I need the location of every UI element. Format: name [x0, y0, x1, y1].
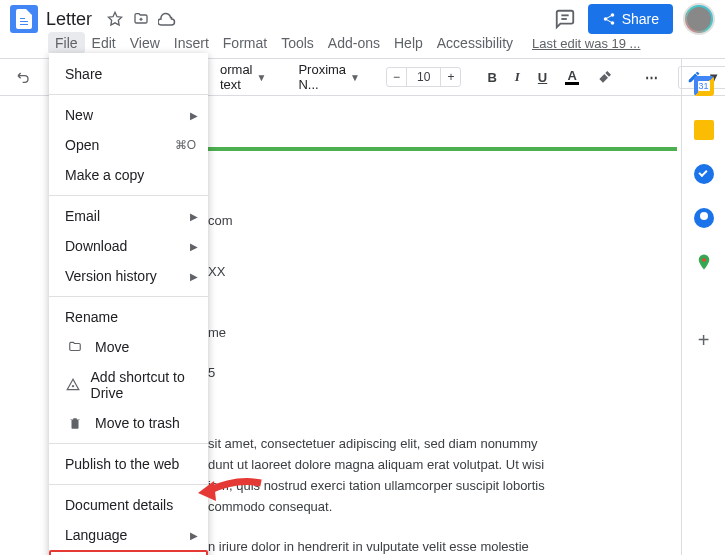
submenu-arrow-icon: ▶ [190, 241, 198, 252]
keep-app-icon[interactable] [694, 120, 714, 140]
trash-icon [65, 416, 85, 430]
comments-icon[interactable] [554, 8, 576, 30]
maps-app-icon[interactable] [694, 252, 714, 272]
decrease-font-button[interactable]: − [387, 68, 406, 86]
submenu-arrow-icon: ▶ [190, 110, 198, 121]
svg-marker-0 [108, 12, 121, 25]
menu-item-email[interactable]: Email▶ [49, 201, 208, 231]
menu-item-doc-details[interactable]: Document details [49, 490, 208, 520]
last-edit-link[interactable]: Last edit was 19 ... [532, 36, 640, 51]
font-size-stepper[interactable]: − 10 + [386, 67, 461, 87]
chevron-down-icon: ▼ [350, 72, 360, 83]
share-button-label: Share [622, 11, 659, 27]
increase-font-button[interactable]: + [441, 68, 460, 86]
star-icon[interactable] [106, 10, 124, 28]
menu-item-share[interactable]: Share [49, 59, 208, 89]
underline-button[interactable]: U [532, 67, 553, 88]
menu-item-add-shortcut[interactable]: Add shortcut to Drive [49, 362, 208, 408]
menu-item-language[interactable]: Language▶ [49, 520, 208, 550]
menu-item-move-trash[interactable]: Move to trash [49, 408, 208, 438]
contacts-app-icon[interactable] [694, 208, 714, 228]
menu-item-rename[interactable]: Rename [49, 302, 208, 332]
menu-format[interactable]: Format [216, 32, 274, 54]
menu-tools[interactable]: Tools [274, 32, 321, 54]
drive-shortcut-icon [65, 378, 81, 392]
menu-item-version-history[interactable]: Version history▶ [49, 261, 208, 291]
svg-point-3 [702, 258, 706, 262]
move-folder-icon[interactable] [132, 10, 150, 28]
folder-move-icon [65, 340, 85, 354]
undo-button[interactable] [10, 65, 38, 89]
shortcut-label: ⌘O [175, 138, 196, 152]
tasks-app-icon[interactable] [694, 164, 714, 184]
menu-view[interactable]: View [123, 32, 167, 54]
document-title[interactable]: Letter [46, 9, 92, 30]
text-color-button[interactable]: A [559, 66, 585, 88]
menu-insert[interactable]: Insert [167, 32, 216, 54]
submenu-arrow-icon: ▶ [190, 271, 198, 282]
submenu-arrow-icon: ▶ [190, 211, 198, 222]
paragraph-style-label: ormal text [220, 62, 253, 92]
paragraph-style-select[interactable]: ormal text ▼ [214, 60, 272, 94]
font-family-label: Proxima N... [298, 62, 346, 92]
menu-item-new[interactable]: New▶ [49, 100, 208, 130]
menu-item-page-setup[interactable]: Page setup [49, 550, 208, 555]
menu-item-download[interactable]: Download▶ [49, 231, 208, 261]
account-avatar[interactable] [683, 3, 715, 35]
header: Letter Share [0, 0, 725, 32]
font-size-value[interactable]: 10 [406, 68, 441, 86]
italic-button[interactable]: I [509, 66, 526, 88]
share-button[interactable]: Share [588, 4, 673, 34]
document-text-fragment: 5 [208, 363, 677, 384]
document-paragraph: n iriure dolor in hendrerit in vulputate… [208, 537, 677, 555]
menu-item-move[interactable]: Move [49, 332, 208, 362]
chevron-down-icon: ▼ [257, 72, 267, 83]
menu-addons[interactable]: Add-ons [321, 32, 387, 54]
menu-item-publish[interactable]: Publish to the web [49, 449, 208, 479]
menu-item-open[interactable]: Open⌘O [49, 130, 208, 160]
more-toolbar-button[interactable]: ⋯ [639, 67, 666, 88]
submenu-arrow-icon: ▶ [190, 530, 198, 541]
document-canvas[interactable]: com XX me 5 sit amet, consectetuer adipi… [208, 92, 677, 555]
menu-help[interactable]: Help [387, 32, 430, 54]
file-menu-dropdown: Share New▶ Open⌘O Make a copy Email▶ Dow… [49, 53, 208, 555]
docs-logo-icon[interactable] [10, 5, 38, 33]
side-panel: + [681, 58, 725, 555]
menu-accessibility[interactable]: Accessibility [430, 32, 520, 54]
highlight-button[interactable] [591, 66, 619, 88]
document-paragraph: sit amet, consectetuer adipiscing elit, … [208, 434, 677, 517]
document-text-fragment: com [208, 211, 677, 232]
calendar-app-icon[interactable] [694, 76, 714, 96]
add-app-button[interactable]: + [694, 330, 714, 350]
document-text-fragment: XX [208, 262, 677, 283]
bold-button[interactable]: B [481, 67, 502, 88]
cloud-status-icon[interactable] [158, 10, 176, 28]
menu-file[interactable]: File [48, 32, 85, 54]
font-family-select[interactable]: Proxima N... ▼ [292, 60, 366, 94]
document-text-fragment: me [208, 323, 677, 344]
menu-item-make-copy[interactable]: Make a copy [49, 160, 208, 190]
document-divider [208, 147, 677, 151]
menu-edit[interactable]: Edit [85, 32, 123, 54]
